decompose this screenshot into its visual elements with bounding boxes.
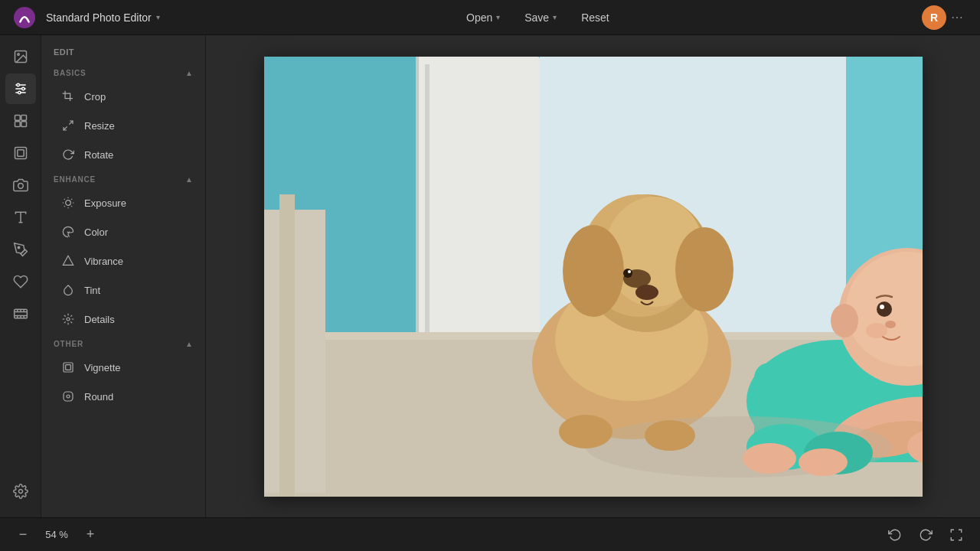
rail-item-camera[interactable] bbox=[5, 170, 36, 201]
section-basics-header[interactable]: BASICS ▲ bbox=[41, 63, 205, 82]
section-basics-title: BASICS bbox=[54, 69, 87, 77]
svg-rect-42 bbox=[64, 363, 73, 372]
svg-line-39 bbox=[71, 199, 72, 200]
open-chevron-icon: ▾ bbox=[496, 13, 500, 21]
app-logo[interactable] bbox=[12, 5, 37, 30]
svg-rect-79 bbox=[279, 194, 295, 497]
zoom-plus-button[interactable]: + bbox=[80, 524, 101, 546]
sidebar-item-vignette[interactable]: Vignette bbox=[46, 354, 201, 381]
resize-icon bbox=[61, 119, 75, 132]
rail-item-filmstrip[interactable] bbox=[5, 298, 36, 329]
panel-header: EDIT bbox=[41, 35, 205, 63]
main-content: EDIT BASICS ▲ Crop bbox=[0, 35, 980, 517]
rail-item-favorites[interactable] bbox=[5, 266, 36, 297]
svg-point-74 bbox=[880, 305, 884, 309]
svg-line-38 bbox=[64, 206, 65, 207]
svg-line-35 bbox=[71, 206, 72, 207]
svg-point-8 bbox=[18, 91, 20, 93]
svg-rect-50 bbox=[425, 64, 430, 370]
exposure-label: Exposure bbox=[84, 197, 126, 209]
tint-label: Tint bbox=[84, 285, 100, 296]
sidebar-item-color[interactable]: Color bbox=[46, 218, 201, 246]
svg-rect-13 bbox=[15, 148, 26, 159]
rail-item-layers[interactable] bbox=[5, 106, 36, 136]
rail-settings-icon[interactable] bbox=[5, 476, 36, 507]
app-title[interactable]: Standard Photo Editor ▾ bbox=[46, 11, 160, 24]
section-other-header[interactable]: OTHER ▲ bbox=[41, 334, 205, 353]
vibrance-icon bbox=[61, 254, 75, 268]
zoom-value: 54 % bbox=[41, 529, 72, 540]
vignette-icon bbox=[61, 360, 75, 374]
svg-point-81 bbox=[559, 415, 612, 448]
sidebar-item-rotate[interactable]: Rotate bbox=[46, 141, 201, 168]
crop-icon bbox=[61, 90, 75, 103]
svg-point-63 bbox=[628, 270, 631, 273]
svg-point-44 bbox=[67, 395, 70, 398]
svg-point-75 bbox=[885, 321, 896, 328]
vibrance-label: Vibrance bbox=[84, 256, 123, 267]
svg-rect-51 bbox=[416, 57, 419, 378]
exposure-icon bbox=[61, 196, 75, 210]
color-label: Color bbox=[84, 227, 108, 238]
svg-rect-9 bbox=[15, 116, 20, 121]
svg-point-59 bbox=[563, 225, 624, 317]
svg-rect-14 bbox=[17, 150, 23, 156]
section-other-chevron-icon: ▲ bbox=[185, 340, 193, 348]
section-basics-chevron-icon: ▲ bbox=[185, 69, 193, 77]
left-panel: EDIT BASICS ▲ Crop bbox=[41, 35, 206, 517]
sidebar-item-details[interactable]: Details bbox=[46, 305, 201, 333]
section-other-title: OTHER bbox=[54, 340, 83, 348]
svg-point-6 bbox=[17, 83, 19, 86]
topbar: Standard Photo Editor ▾ Open ▾ Save ▾ Re… bbox=[0, 0, 980, 35]
resize-label: Resize bbox=[84, 120, 115, 132]
svg-point-76 bbox=[866, 323, 887, 338]
rail-item-adjustments[interactable] bbox=[5, 73, 36, 104]
undo-button[interactable] bbox=[884, 523, 906, 546]
rail-item-brush[interactable] bbox=[5, 234, 36, 265]
fullscreen-button[interactable] bbox=[945, 523, 968, 546]
svg-rect-12 bbox=[21, 122, 26, 127]
svg-point-41 bbox=[67, 318, 70, 321]
rail-item-text[interactable] bbox=[5, 202, 36, 233]
bottom-bar: − 54 % + bbox=[0, 517, 980, 551]
svg-marker-40 bbox=[63, 256, 73, 265]
color-icon bbox=[61, 225, 75, 239]
svg-line-34 bbox=[64, 199, 65, 200]
sidebar-item-exposure[interactable]: Exposure bbox=[46, 189, 201, 217]
svg-rect-10 bbox=[21, 116, 26, 121]
svg-point-64 bbox=[635, 285, 658, 300]
rail-item-image[interactable] bbox=[5, 41, 36, 72]
open-button[interactable]: Open ▾ bbox=[457, 7, 509, 28]
rail-item-frame[interactable] bbox=[5, 138, 36, 168]
svg-point-73 bbox=[877, 302, 892, 317]
rotate-label: Rotate bbox=[84, 149, 113, 161]
svg-point-82 bbox=[645, 420, 695, 451]
svg-rect-49 bbox=[417, 57, 540, 378]
details-icon bbox=[61, 312, 75, 326]
svg-point-7 bbox=[21, 87, 24, 90]
more-options-icon[interactable]: ⋯ bbox=[946, 10, 968, 24]
zoom-minus-button[interactable]: − bbox=[12, 524, 34, 546]
sidebar-item-crop[interactable]: Crop bbox=[46, 83, 201, 110]
reset-button[interactable]: Reset bbox=[572, 7, 619, 28]
sidebar-item-round[interactable]: Round bbox=[46, 383, 201, 410]
section-enhance-title: ENHANCE bbox=[54, 175, 96, 184]
canvas-area bbox=[206, 35, 980, 517]
svg-point-18 bbox=[18, 246, 20, 249]
sidebar-item-resize[interactable]: Resize bbox=[46, 112, 201, 139]
section-enhance-header[interactable]: ENHANCE ▲ bbox=[41, 169, 205, 188]
tint-icon bbox=[61, 283, 75, 297]
sidebar-item-vibrance[interactable]: Vibrance bbox=[46, 247, 201, 275]
sidebar-item-tint[interactable]: Tint bbox=[46, 276, 201, 304]
save-button[interactable]: Save ▾ bbox=[515, 7, 566, 28]
svg-point-28 bbox=[18, 490, 22, 494]
svg-point-62 bbox=[623, 269, 632, 278]
svg-point-15 bbox=[18, 184, 23, 189]
rotate-icon bbox=[61, 148, 75, 161]
photo-container[interactable] bbox=[264, 57, 923, 497]
svg-line-29 bbox=[69, 121, 73, 125]
user-avatar[interactable]: R bbox=[922, 5, 946, 30]
svg-point-86 bbox=[799, 448, 848, 476]
redo-button[interactable] bbox=[914, 523, 937, 546]
save-chevron-icon: ▾ bbox=[553, 13, 557, 21]
